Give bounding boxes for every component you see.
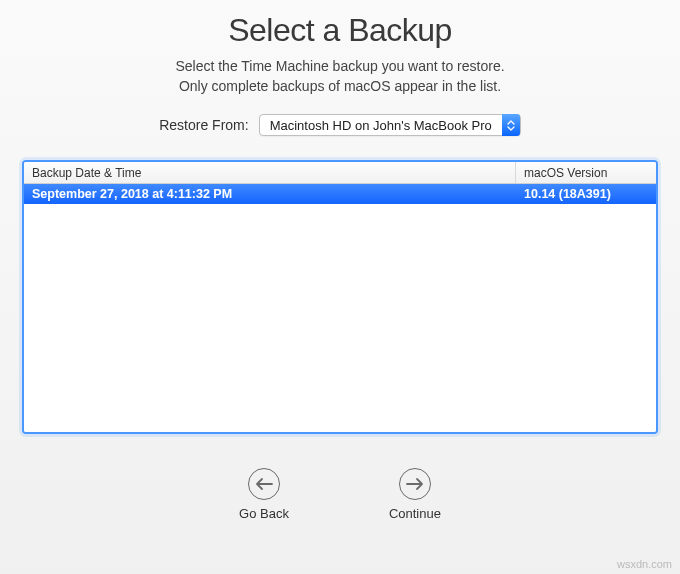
nav-row: Go Back Continue <box>0 468 680 521</box>
arrow-left-icon <box>248 468 280 500</box>
subtitle-line-2: Only complete backups of macOS appear in… <box>0 77 680 97</box>
backup-table: Backup Date & Time macOS Version Septemb… <box>22 160 658 434</box>
page-subtitle: Select the Time Machine backup you want … <box>0 57 680 96</box>
restore-from-value: Macintosh HD on John's MacBook Pro <box>260 118 502 133</box>
arrow-right-icon <box>399 468 431 500</box>
continue-label: Continue <box>389 506 441 521</box>
table-body: September 27, 2018 at 4:11:32 PM 10.14 (… <box>24 184 656 432</box>
column-header-date[interactable]: Backup Date & Time <box>24 162 516 183</box>
watermark: wsxdn.com <box>617 558 672 570</box>
chevron-updown-icon <box>502 114 520 136</box>
table-row[interactable]: September 27, 2018 at 4:11:32 PM 10.14 (… <box>24 184 656 204</box>
page-title: Select a Backup <box>0 12 680 49</box>
cell-version: 10.14 (18A391) <box>516 184 656 204</box>
continue-button[interactable]: Continue <box>389 468 441 521</box>
restore-from-row: Restore From: Macintosh HD on John's Mac… <box>0 114 680 136</box>
go-back-button[interactable]: Go Back <box>239 468 289 521</box>
restore-from-label: Restore From: <box>159 117 248 133</box>
subtitle-line-1: Select the Time Machine backup you want … <box>0 57 680 77</box>
table-header: Backup Date & Time macOS Version <box>24 162 656 184</box>
cell-date: September 27, 2018 at 4:11:32 PM <box>24 184 516 204</box>
go-back-label: Go Back <box>239 506 289 521</box>
column-header-version[interactable]: macOS Version <box>516 162 656 183</box>
restore-from-select[interactable]: Macintosh HD on John's MacBook Pro <box>259 114 521 136</box>
